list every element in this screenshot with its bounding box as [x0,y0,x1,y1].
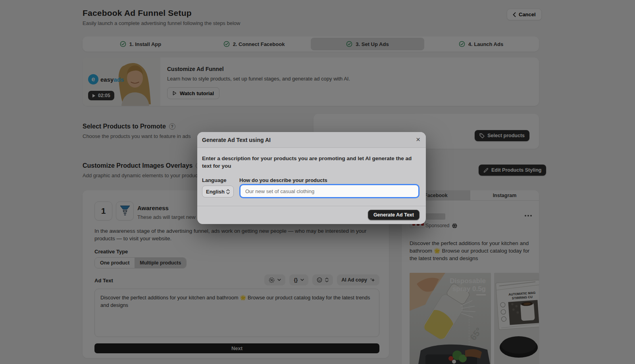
modal-title: Generate Ad Text using AI [202,137,271,143]
modal-header: Generate Ad Text using AI × [197,132,426,148]
modal-description: Enter a description for your products yo… [202,155,418,170]
language-label: Language [202,177,226,183]
ad-funnel-setup-page: Facebook Ad Funnel Setup Easily launch a… [0,0,635,364]
up-down-icon [226,189,230,194]
product-description-input[interactable] [239,184,419,198]
language-value: English [206,189,225,195]
generate-ad-text-button[interactable]: Generate Ad Text [368,210,419,220]
generate-ad-text-modal: Generate Ad Text using AI × Enter a desc… [197,132,426,224]
description-input-label: How do you describe your products [239,177,327,183]
modal-divider [197,206,426,206]
close-icon[interactable]: × [416,135,420,144]
language-select[interactable]: English [202,186,234,197]
